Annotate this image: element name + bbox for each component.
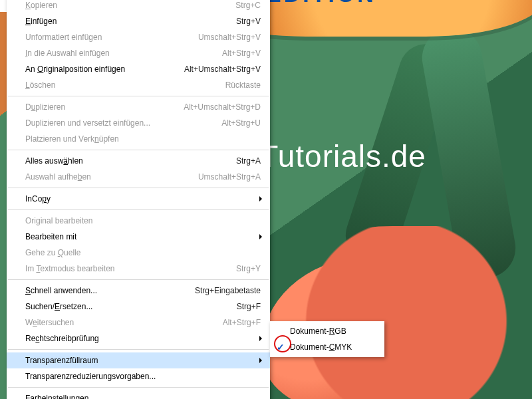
menu-find-change[interactable]: Suchen/Ersetzen...Strg+F	[7, 299, 270, 315]
menu-item-shortcut: Alt+Umschalt+Strg+V	[178, 65, 261, 74]
menu-story-editor: Im Textmodus bearbeitenStrg+Y	[7, 261, 270, 277]
submenu-arrow-icon	[259, 234, 265, 239]
menu-item-shortcut: Strg+F	[230, 302, 261, 311]
menu-item-label: An Originalposition einfügen	[25, 65, 178, 74]
menu-item-shortcut: Strg+C	[229, 1, 261, 10]
menu-item-label: Einfügen	[25, 17, 229, 26]
menu-separator	[8, 96, 269, 96]
menu-flattener-presets[interactable]: Transparenzreduzierungsvorgaben...	[7, 368, 270, 384]
submenu-doc-cmyk[interactable]: ✓Dokument-CMYK	[270, 339, 384, 355]
bg-header-text: EDITION	[266, 0, 376, 7]
menu-item-shortcut: Umschalt+Strg+A	[192, 172, 261, 182]
menu-item-label: Auswahl aufheben	[25, 172, 192, 182]
menu-delete: LöschenRücktaste	[7, 77, 270, 93]
menu-color-settings[interactable]: Farbeinstellungen...	[7, 390, 270, 399]
edit-context-menu: KopierenStrg+CEinfügenStrg+VUnformatiert…	[7, 0, 270, 399]
menu-item-shortcut: Alt+Strg+V	[215, 49, 261, 58]
menu-item-label: In die Auswahl einfügen	[25, 49, 215, 58]
menu-item-label: Original bearbeiten	[25, 216, 261, 225]
menu-quick-apply[interactable]: Schnell anwenden...Strg+Eingabetaste	[7, 283, 270, 299]
menu-item-shortcut: Strg+Eingabetaste	[188, 286, 261, 295]
menu-transparency-blend-space[interactable]: Transparenzfüllraum	[7, 352, 270, 368]
menu-duplicate: DuplizierenAlt+Umschalt+Strg+D	[7, 99, 270, 115]
menu-item-shortcut: Strg+V	[229, 17, 261, 26]
menu-item-label: InCopy	[25, 194, 261, 203]
menu-item-shortcut: Strg+Y	[229, 264, 261, 273]
menu-item-label: Farbeinstellungen...	[25, 394, 261, 399]
menu-item-label: Unformatiert einfügen	[25, 33, 192, 42]
menu-step-repeat: Duplizieren und versetzt einfügen...Alt+…	[7, 115, 270, 131]
menu-select-all[interactable]: Alles auswählenStrg+A	[7, 153, 270, 169]
menu-incopy[interactable]: InCopy	[7, 191, 270, 207]
menu-separator	[8, 150, 269, 150]
menu-edit-with[interactable]: Bearbeiten mit	[7, 229, 270, 245]
menu-separator	[8, 349, 269, 350]
submenu-arrow-icon	[259, 358, 265, 363]
transparency-blend-space-submenu: Dokument-RGB✓Dokument-CMYK	[270, 321, 384, 357]
menu-item-label: Suchen/Ersetzen...	[25, 302, 230, 311]
menu-copy: KopierenStrg+C	[7, 0, 270, 13]
menu-item-label: Transparenzfüllraum	[25, 356, 261, 365]
menu-item-label: Weitersuchen	[25, 318, 216, 327]
menu-item-label: Kopieren	[25, 1, 229, 10]
menu-item-label: Gehe zu Quelle	[25, 248, 261, 257]
submenu-item-label: Dokument-RGB	[290, 327, 346, 336]
menu-spelling[interactable]: Rechtschreibprüfung	[7, 331, 270, 346]
menu-separator	[8, 209, 269, 210]
menu-item-label: Alles auswählen	[25, 156, 229, 166]
menu-item-label: Im Textmodus bearbeiten	[25, 264, 229, 273]
menu-item-shortcut: Rücktaste	[219, 80, 261, 90]
menu-find-next: WeitersuchenAlt+Strg+F	[7, 315, 270, 331]
menu-paste-unformat: Unformatiert einfügenUmschalt+Strg+V	[7, 29, 270, 45]
menu-item-label: Bearbeiten mit	[25, 232, 261, 241]
bg-tulip-flower	[253, 226, 532, 399]
menu-deselect-all: Auswahl aufhebenUmschalt+Strg+A	[7, 169, 270, 185]
menu-item-label: Transparenzreduzierungsvorgaben...	[25, 372, 261, 381]
menu-go-to-source: Gehe zu Quelle	[7, 245, 270, 261]
menu-edit-original: Original bearbeiten	[7, 213, 270, 229]
submenu-arrow-icon	[259, 336, 265, 341]
menu-separator	[8, 387, 269, 388]
checkmark-icon: ✓	[275, 342, 286, 352]
menu-item-label: Duplizieren	[25, 102, 177, 112]
menu-item-shortcut: Umschalt+Strg+V	[192, 33, 261, 42]
submenu-doc-rgb[interactable]: Dokument-RGB	[270, 323, 384, 339]
menu-item-label: Platzieren und Verknüpfen	[25, 134, 261, 144]
menu-paste-into: In die Auswahl einfügenAlt+Strg+V	[7, 45, 270, 61]
menu-separator	[8, 279, 269, 280]
menu-item-label: Duplizieren und versetzt einfügen...	[25, 118, 215, 128]
menu-item-shortcut: Alt+Strg+U	[215, 118, 261, 128]
menu-item-label: Schnell anwenden...	[25, 286, 188, 295]
menu-item-shortcut: Strg+A	[229, 156, 261, 166]
menu-paste-in-place[interactable]: An Originalposition einfügenAlt+Umschalt…	[7, 61, 270, 77]
menu-place-and-link: Platzieren und Verknüpfen	[7, 131, 270, 147]
menu-item-shortcut: Alt+Strg+F	[216, 318, 261, 327]
menu-item-shortcut: Alt+Umschalt+Strg+D	[177, 102, 261, 112]
watermark-text: -Tutorials.de	[249, 138, 426, 174]
menu-paste[interactable]: EinfügenStrg+V	[7, 13, 270, 29]
menu-item-label: Löschen	[25, 80, 219, 90]
menu-item-label: Rechtschreibprüfung	[25, 334, 261, 343]
submenu-arrow-icon	[259, 196, 265, 201]
menu-separator	[8, 188, 269, 188]
submenu-item-label: Dokument-CMYK	[290, 342, 352, 352]
